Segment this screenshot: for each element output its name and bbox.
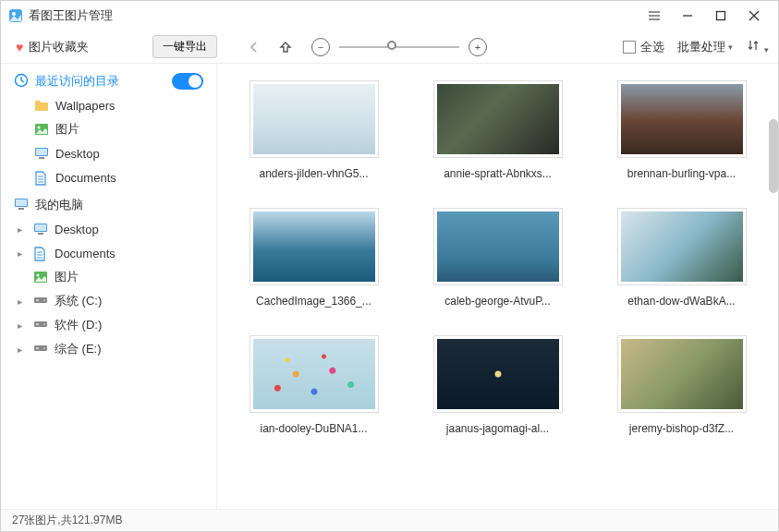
thumbnail-item[interactable]: CachedImage_1366_... [240, 208, 388, 308]
sidebar-mypc-item[interactable]: ▸系统 (C:) [1, 289, 216, 313]
recent-toggle[interactable] [172, 73, 203, 90]
sidebar-mypc-item[interactable]: ▸软件 (D:) [1, 313, 216, 337]
picture-icon [33, 271, 48, 284]
svg-rect-37 [36, 347, 39, 349]
thumbnail-label: ethan-dow-dWaBkA... [627, 295, 735, 308]
sidebar-item-label: Wallpapers [55, 99, 116, 113]
toolbar: ♥ 图片收藏夹 一键导出 − + 全选 批量处理 ▾ ▾ [1, 30, 778, 64]
thumbnail-item[interactable]: caleb-george-AtvuP... [424, 208, 572, 308]
zoom-slider[interactable] [339, 46, 459, 48]
svg-rect-14 [39, 157, 44, 159]
checkbox-icon [623, 41, 636, 54]
thumbnail-label: CachedImage_1366_... [256, 295, 371, 308]
sidebar-recent-item[interactable]: Wallpapers [1, 93, 216, 117]
drive-icon [33, 343, 48, 356]
sidebar-item-label: 软件 (D:) [55, 317, 102, 333]
zoom-slider-thumb[interactable] [387, 41, 396, 50]
thumbnail-grid: anders-jilden-vhnG5...annie-spratt-Abnkx… [236, 80, 760, 435]
thumbnail-label: caleb-george-AtvuP... [444, 295, 551, 308]
thumbnail-image [617, 335, 747, 413]
thumbnail-label: ian-dooley-DuBNA1... [260, 422, 367, 435]
sidebar-recent-item[interactable]: 图片 [1, 117, 216, 141]
menu-button[interactable] [638, 3, 671, 29]
sidebar-recent-header[interactable]: 最近访问的目录 [1, 69, 216, 93]
close-button[interactable] [737, 3, 771, 29]
batch-process-button[interactable]: 批量处理 ▾ [677, 39, 733, 55]
thumbnail-image [617, 208, 747, 285]
select-all-checkbox[interactable]: 全选 [623, 39, 664, 55]
statusbar: 27张图片,共121.97MB [1, 509, 778, 531]
vertical-scrollbar[interactable] [769, 119, 778, 193]
thumbnail-item[interactable]: brennan-burling-vpa... [608, 80, 756, 180]
sidebar-item-label: Desktop [55, 147, 100, 161]
sort-button[interactable]: ▾ [746, 38, 769, 55]
thumbnail-item[interactable]: jeremy-bishop-d3fZ... [608, 335, 756, 435]
thumbnail-image [617, 80, 747, 158]
sidebar-item-label: 图片 [55, 269, 79, 285]
sidebar-recent-item[interactable]: Documents [1, 165, 216, 189]
back-button[interactable] [245, 38, 263, 56]
sidebar-mypc-item[interactable]: ▸Documents [1, 241, 216, 265]
sidebar-recent-item[interactable]: Desktop [1, 141, 216, 165]
sidebar-mypc-header[interactable]: 我的电脑 [1, 193, 216, 217]
sidebar-mypc-item[interactable]: 图片 [1, 265, 216, 289]
svg-point-1 [12, 12, 16, 16]
drive-icon [33, 319, 48, 332]
thumbnail-item[interactable]: ethan-dow-dWaBkA... [608, 208, 756, 308]
sidebar-mypc-item[interactable]: ▸Desktop [1, 217, 216, 241]
up-button[interactable] [276, 38, 295, 56]
folder-icon [34, 99, 49, 112]
thumbnail-label: jeremy-bishop-d3fZ... [629, 422, 734, 435]
favorites-label: 图片收藏夹 [29, 39, 89, 55]
sidebar-item-label: Documents [55, 171, 116, 185]
thumbnail-label: brennan-burling-vpa... [627, 167, 736, 180]
computer-icon [14, 198, 29, 213]
expand-icon: ▸ [18, 345, 27, 355]
svg-rect-23 [38, 233, 43, 235]
svg-point-33 [43, 323, 45, 325]
thumbnail-image [433, 80, 563, 158]
svg-rect-6 [717, 12, 725, 20]
titlebar: 看图王图片管理 [1, 1, 778, 30]
expand-icon: ▸ [18, 248, 27, 259]
maximize-button[interactable] [704, 3, 737, 29]
thumbnail-label: jaanus-jagomagi-al... [446, 422, 549, 435]
zoom-in-button[interactable]: + [469, 38, 487, 56]
thumbnail-image [250, 335, 379, 413]
svg-rect-22 [35, 224, 46, 231]
chevron-down-icon: ▾ [728, 42, 733, 52]
document-icon [33, 247, 48, 260]
thumbnail-image [250, 208, 379, 285]
thumbnail-label: annie-spratt-Abnkxs... [444, 167, 552, 180]
select-all-label: 全选 [640, 39, 664, 55]
thumbnail-item[interactable]: jaanus-jagomagi-al... [424, 335, 572, 435]
svg-point-28 [37, 274, 40, 277]
svg-rect-31 [36, 299, 39, 301]
document-icon [34, 171, 49, 184]
expand-icon: ▸ [18, 224, 27, 235]
picture-icon [34, 123, 49, 136]
svg-point-30 [43, 299, 45, 301]
svg-rect-13 [36, 149, 47, 155]
minimize-button[interactable] [671, 3, 704, 29]
sidebar-item-label: Desktop [55, 223, 99, 236]
sidebar: 最近访问的目录 Wallpapers图片DesktopDocuments 我的电… [1, 64, 217, 509]
thumbnail-item[interactable]: annie-spratt-Abnkxs... [424, 80, 572, 180]
app-icon [8, 8, 23, 23]
expand-icon: ▸ [18, 296, 27, 307]
svg-point-11 [38, 127, 41, 129]
clock-icon [14, 73, 29, 91]
zoom-out-button[interactable]: − [311, 38, 330, 56]
thumbnail-item[interactable]: anders-jilden-vhnG5... [240, 80, 388, 180]
sidebar-item-label: Documents [55, 247, 116, 260]
export-button[interactable]: 一键导出 [152, 35, 217, 58]
recent-header-label: 最近访问的目录 [35, 73, 119, 90]
batch-label: 批量处理 [677, 39, 725, 55]
heart-icon: ♥ [16, 40, 23, 54]
sidebar-item-label: 图片 [55, 121, 79, 138]
sidebar-mypc-item[interactable]: ▸综合 (E:) [1, 337, 216, 361]
thumbnail-item[interactable]: ian-dooley-DuBNA1... [240, 335, 388, 435]
svg-rect-34 [36, 323, 39, 325]
thumbnail-image [433, 208, 563, 285]
thumbnail-label: anders-jilden-vhnG5... [259, 167, 368, 180]
